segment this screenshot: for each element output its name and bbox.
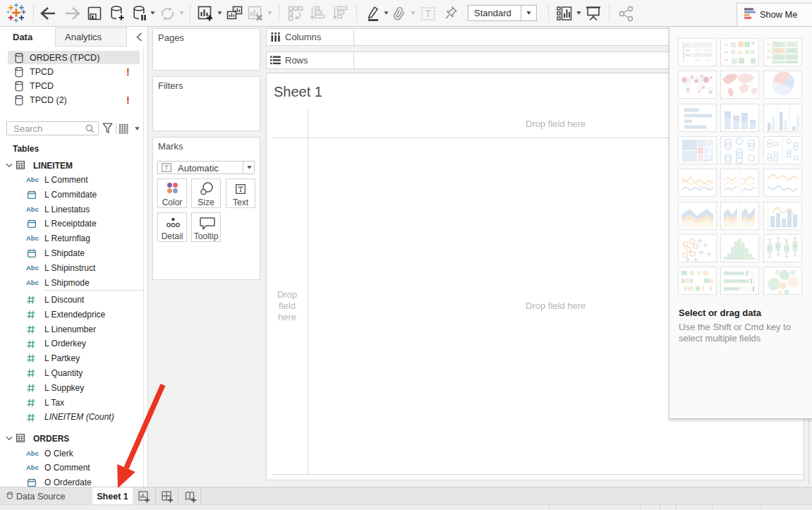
svg-text:685: 685	[789, 49, 795, 53]
svg-text:542: 542	[789, 42, 795, 47]
svg-text:2503: 2503	[775, 55, 782, 59]
svg-text:958: 958	[775, 49, 782, 53]
svg-text:1234: 1234	[693, 43, 702, 47]
svg-text:10560: 10560	[788, 55, 798, 59]
svg-text:330: 330	[695, 48, 701, 52]
svg-text:2320: 2320	[693, 53, 702, 57]
svg-text:2859: 2859	[703, 53, 712, 57]
svg-text:123: 123	[775, 42, 782, 47]
svg-text:671: 671	[695, 58, 701, 62]
svg-text:3004: 3004	[703, 48, 712, 52]
svg-text:322: 322	[705, 58, 711, 62]
svg-text:573: 573	[705, 43, 711, 47]
